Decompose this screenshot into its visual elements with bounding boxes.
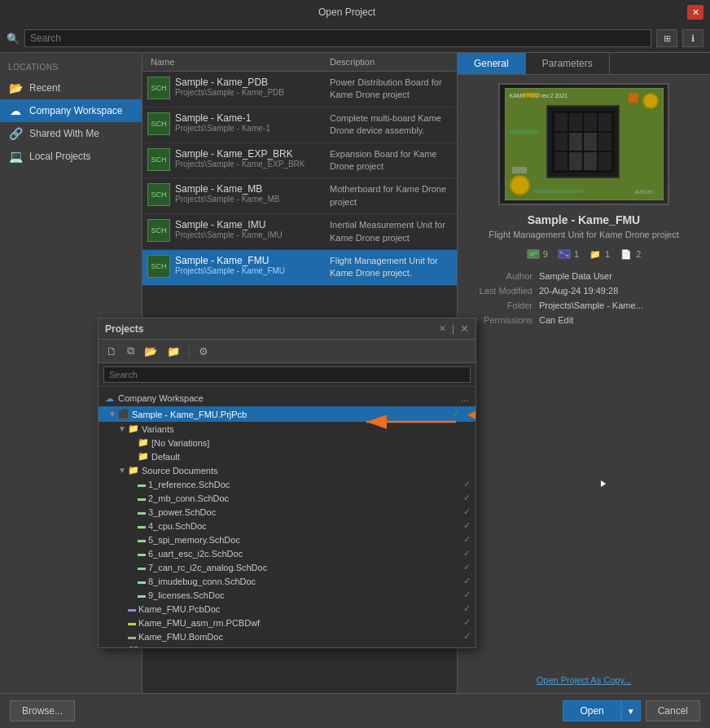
open-button[interactable]: Open bbox=[563, 700, 620, 721]
tab-general[interactable]: General bbox=[458, 53, 526, 74]
panel-pin-button[interactable]: ✕ bbox=[439, 323, 446, 334]
toolbar-settings-button[interactable]: ⚙ bbox=[195, 344, 212, 359]
meta-label-author: Author bbox=[466, 271, 539, 281]
tab-parameters[interactable]: Parameters bbox=[526, 53, 610, 74]
sidebar-item-recent[interactable]: 📂 Recent bbox=[0, 77, 142, 99]
tree-item-sch3[interactable]: ▬ 3_power.SchDoc ✓ bbox=[99, 505, 476, 519]
meta-label-folder: Folder bbox=[466, 300, 539, 310]
tree-item-variants[interactable]: ▼ 📁 Variants bbox=[99, 422, 476, 436]
sidebar-label-local: Local Projects bbox=[29, 151, 90, 162]
list-item[interactable]: SCH Sample - Kame_MB Projects\Sample - K… bbox=[142, 178, 457, 214]
tree-label-sch7: 7_can_rc_i2c_analog.SchDoc bbox=[148, 563, 267, 572]
open-copy-link[interactable]: Open Project As Copy... bbox=[537, 675, 632, 685]
sch-icon-8: ▬ bbox=[138, 577, 146, 585]
open-btn-group: Open ▼ bbox=[563, 700, 640, 721]
tree-label-variants: Variants bbox=[142, 424, 174, 434]
search-bar: 🔍 ⊞ ℹ bbox=[0, 24, 710, 53]
stat-pcb: 1 bbox=[558, 249, 579, 259]
toolbar-new-button[interactable]: 🗋 bbox=[103, 344, 121, 359]
file-desc-4: Inertial Measurement Unit for Kame Drone… bbox=[330, 219, 457, 244]
tree-item-sch6[interactable]: ▬ 6_uart_esc_i2c.SchDoc ✓ bbox=[99, 546, 476, 560]
sidebar-label-recent: Recent bbox=[29, 82, 60, 94]
meta-label-permissions: Permissions bbox=[466, 315, 539, 325]
meta-value-author: Sample Data User bbox=[539, 271, 612, 281]
tree-label-default: Default bbox=[151, 452, 180, 462]
sch-icon-4: ▬ bbox=[138, 521, 146, 530]
tree-item-asm[interactable]: ▬ Kame_FMU_asm_rm.PCBDwf ✓ bbox=[99, 616, 476, 629]
meta-row-folder: Folder Projects\Sample - Kame... bbox=[466, 298, 702, 313]
tree-check-sch9: ✓ bbox=[463, 590, 476, 600]
list-item[interactable]: SCH Sample - Kame_IMU Projects\Sample - … bbox=[142, 214, 457, 250]
projects-search-input[interactable] bbox=[103, 366, 471, 383]
tree-label-sch3: 3_power.SchDoc bbox=[148, 507, 216, 517]
sidebar-item-company[interactable]: ☁ Company Workspace bbox=[0, 99, 142, 122]
meta-value-permissions: Can Edit bbox=[539, 315, 573, 325]
col-header-name: Name bbox=[142, 57, 322, 67]
toolbar-folder-button[interactable]: 📂 bbox=[141, 344, 160, 359]
toolbar-folder2-button[interactable]: 📁 bbox=[164, 344, 183, 359]
tree-check-sch4: ✓ bbox=[463, 520, 476, 531]
tree-item-default[interactable]: 📁 Default bbox=[99, 450, 476, 463]
projects-tree: ☁ Company Workspace ... ▼ ⬛ Sample - Kam… bbox=[99, 387, 476, 647]
file-icon-0: SCH bbox=[142, 77, 175, 99]
tree-item-source-docs[interactable]: ▼ 📁 Source Documents bbox=[99, 463, 476, 477]
search-input[interactable] bbox=[24, 29, 651, 47]
tree-item-sch2[interactable]: ▬ 2_mb_conn.SchDoc ✓ bbox=[99, 491, 476, 505]
tree-item-bom[interactable]: ▬ Kame_FMU.BomDoc ✓ bbox=[99, 629, 476, 643]
tree-item-sch9[interactable]: ▬ 9_licenses.SchDoc ✓ bbox=[99, 588, 476, 602]
tree-item-settings[interactable]: ▶ 📁 Settings bbox=[99, 643, 476, 647]
projects-panel-title: Projects bbox=[105, 323, 143, 335]
workspace-more[interactable]: ... bbox=[461, 393, 469, 404]
list-item[interactable]: SCH Sample - Kame_EXP_BRK Projects\Sampl… bbox=[142, 143, 457, 179]
locations-label: LOCATIONS bbox=[0, 59, 142, 77]
tree-label-no-variations: [No Variations] bbox=[151, 438, 209, 448]
tree-label-project: Sample - Kame_FMU.PrjPcb bbox=[132, 410, 247, 419]
tree-item-sch7[interactable]: ▬ 7_can_rc_i2c_analog.SchDoc ✓ bbox=[99, 560, 476, 574]
tree-item-pcb[interactable]: ▬ Kame_FMU.PcbDoc ✓ bbox=[99, 602, 476, 616]
workspace-label: Company Workspace bbox=[118, 393, 204, 403]
sch-icon-5: ▬ bbox=[138, 535, 146, 544]
pcb-stat-icon bbox=[558, 249, 571, 259]
close-button[interactable]: ✕ bbox=[687, 5, 703, 20]
tree-label-pcb: Kame_FMU.PcbDoc bbox=[138, 604, 220, 614]
tree-item-no-variations[interactable]: 📁 [No Variations] bbox=[99, 436, 476, 450]
sidebar-item-shared[interactable]: 🔗 Shared With Me bbox=[0, 122, 142, 145]
file-desc-3: Motherboard for Kame Drone project bbox=[330, 183, 457, 208]
bom-stat-icon: 📄 bbox=[620, 249, 633, 259]
info-button[interactable]: ℹ bbox=[682, 29, 703, 47]
file-desc-1: Complete multi-board Kame Drone device a… bbox=[330, 112, 457, 138]
bom-icon-tree: ▬ bbox=[128, 632, 136, 641]
bottom-bar: Browse... Open ▼ Cancel bbox=[0, 693, 710, 728]
tree-item-sch1[interactable]: ▬ 1_reference.SchDoc ✓ bbox=[99, 477, 476, 491]
meta-row-modified: Last Modified 20-Aug-24 19:49:28 bbox=[466, 283, 702, 298]
sch-icon-7: ▬ bbox=[138, 563, 146, 572]
tree-check-project: ✓ bbox=[452, 409, 464, 419]
file-icon-4: SCH bbox=[142, 219, 175, 242]
list-item[interactable]: SCH Sample - Kame_PDB Projects\Sample - … bbox=[142, 72, 457, 107]
open-dropdown-arrow[interactable]: ▼ bbox=[621, 700, 641, 721]
project-name: Sample - Kame_FMU bbox=[528, 213, 640, 226]
list-item-selected[interactable]: SCH Sample - Kame_FMU Projects\Sample - … bbox=[142, 250, 457, 286]
workspace-row[interactable]: ☁ Company Workspace ... bbox=[99, 390, 476, 406]
cancel-button[interactable]: Cancel bbox=[646, 700, 700, 721]
local-icon: 💻 bbox=[8, 149, 23, 164]
browse-button[interactable]: Browse... bbox=[10, 700, 75, 721]
tree-check-sch6: ✓ bbox=[463, 548, 476, 559]
tree-item-project[interactable]: ▼ ⬛ Sample - Kame_FMU.PrjPcb ✓ ◀ bbox=[99, 406, 476, 422]
toolbar-copy-button[interactable]: ⧉ bbox=[124, 343, 138, 359]
tree-item-sch8[interactable]: ▬ 8_imudebug_conn.SchDoc ✓ bbox=[99, 574, 476, 588]
tree-item-sch4[interactable]: ▬ 4_cpu.SchDoc ✓ bbox=[99, 519, 476, 533]
sidebar-item-local[interactable]: 💻 Local Projects bbox=[0, 145, 142, 168]
file-icon-1: SCH bbox=[142, 112, 175, 135]
tree-item-sch5[interactable]: ▬ 5_spi_memory.SchDoc ✓ bbox=[99, 533, 476, 546]
file-icon-3: SCH bbox=[142, 183, 175, 206]
stat-schematic: 9 bbox=[527, 249, 548, 259]
folder-icon-settings: 📁 bbox=[128, 645, 139, 647]
list-item[interactable]: SCH Sample - Kame-1 Projects\Sample - Ka… bbox=[142, 107, 457, 143]
grid-view-button[interactable]: ⊞ bbox=[656, 29, 677, 47]
meta-label-modified: Last Modified bbox=[466, 286, 539, 296]
tree-label-bom: Kame_FMU.BomDoc bbox=[138, 632, 223, 642]
toolbar-separator bbox=[189, 344, 190, 357]
panel-close-button[interactable]: ✕ bbox=[460, 322, 469, 335]
sidebar-label-shared: Shared With Me bbox=[29, 128, 99, 139]
